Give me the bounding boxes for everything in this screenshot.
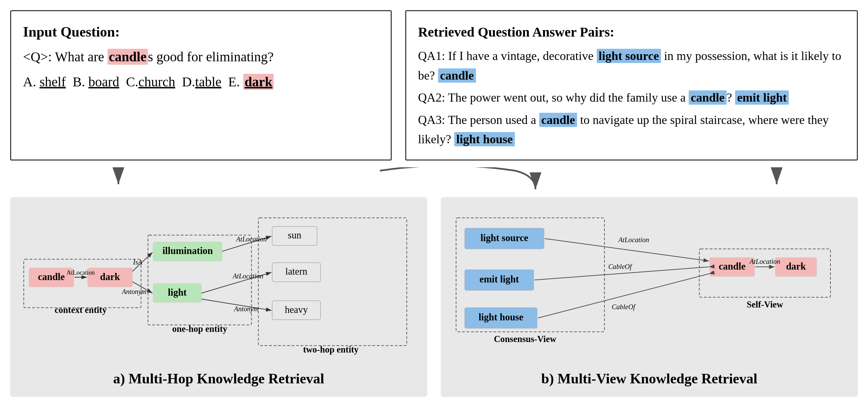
svg-text:emit light: emit light — [480, 274, 519, 284]
svg-line-62 — [538, 274, 709, 318]
arrow-left — [105, 167, 132, 188]
svg-text:candle: candle — [38, 272, 65, 282]
light-source-highlight: light source — [597, 49, 661, 63]
svg-text:dark: dark — [786, 261, 806, 272]
svg-text:CableOf: CableOf — [612, 303, 636, 311]
qa2-emit-light: emit light — [735, 90, 789, 105]
main-container: Input Question: <Q>: What are candles go… — [10, 10, 858, 397]
arrow-right — [763, 167, 790, 188]
svg-text:IsA: IsA — [133, 258, 142, 266]
svg-text:Antonym: Antonym — [121, 288, 146, 296]
arrow-curve — [346, 167, 549, 194]
left-diagram-panel: candle dark AtLocation context entity il… — [10, 197, 427, 397]
svg-text:illumination: illumination — [162, 246, 213, 256]
qa1-text: QA1: If I have a vintage, decorative lig… — [418, 46, 845, 85]
qa3-light-house: light house — [454, 132, 515, 146]
arrow-row — [10, 167, 858, 194]
retrieved-qa-label: Retrieved Question Answer Pairs: — [418, 21, 845, 43]
svg-text:AtLocation: AtLocation — [749, 258, 780, 265]
input-question-box: Input Question: <Q>: What are candles go… — [10, 10, 392, 161]
svg-text:latern: latern — [285, 266, 307, 277]
svg-text:AtLocation: AtLocation — [232, 272, 264, 280]
left-diagram-svg: candle dark AtLocation context entity il… — [20, 207, 417, 360]
choice-b: board — [88, 74, 119, 89]
bottom-row: candle dark AtLocation context entity il… — [10, 197, 858, 397]
svg-text:Self-View: Self-View — [747, 299, 783, 310]
svg-text:light house: light house — [479, 312, 523, 322]
left-diagram-title: a) Multi-Hop Knowledge Retrieval — [20, 367, 417, 387]
top-row: Input Question: <Q>: What are candles go… — [10, 10, 858, 161]
qa1-answer: candle — [438, 68, 476, 83]
qa2-candle: candle — [689, 90, 727, 105]
svg-text:CableOf: CableOf — [608, 263, 633, 271]
right-diagram-title: b) Multi-View Knowledge Retrieval — [451, 367, 848, 387]
input-question-label: Input Question: — [23, 21, 379, 43]
choice-e: dark — [243, 74, 274, 90]
svg-text:candle: candle — [719, 261, 746, 272]
svg-text:heavy: heavy — [285, 304, 308, 315]
svg-text:Consensus-View: Consensus-View — [494, 334, 556, 344]
svg-text:two-hop entity: two-hop entity — [303, 344, 359, 355]
right-diagram-panel: light source emit light light house Cons… — [441, 197, 858, 397]
svg-text:AtLocation: AtLocation — [235, 235, 267, 243]
svg-text:AtLocation: AtLocation — [67, 269, 95, 276]
svg-text:AtLocation: AtLocation — [618, 236, 649, 243]
svg-text:context entity: context entity — [55, 305, 107, 315]
svg-text:one-hop entity: one-hop entity — [172, 324, 227, 334]
qa3-text: QA3: The person used a candle to navigat… — [418, 110, 845, 149]
right-diagram-svg: light source emit light light house Cons… — [451, 207, 848, 360]
svg-text:Antonym: Antonym — [233, 305, 258, 313]
qa3-candle: candle — [539, 113, 577, 127]
choice-a: shelf — [40, 74, 66, 89]
svg-text:sun: sun — [288, 230, 301, 240]
qa2-text: QA2: The power went out, so why did the … — [418, 88, 845, 108]
svg-text:light source: light source — [480, 233, 528, 243]
candle-highlight: candle — [108, 49, 148, 65]
qa-retrieved-box: Retrieved Question Answer Pairs: QA1: If… — [405, 10, 858, 161]
svg-text:light: light — [168, 287, 187, 298]
answer-choices: A. shelf B. board C.church D.table E. da… — [23, 71, 379, 93]
question-text: <Q>: What are candles good for eliminati… — [23, 46, 379, 68]
svg-text:dark: dark — [100, 272, 120, 282]
choice-d: table — [195, 74, 222, 89]
choice-c: church — [138, 74, 175, 89]
